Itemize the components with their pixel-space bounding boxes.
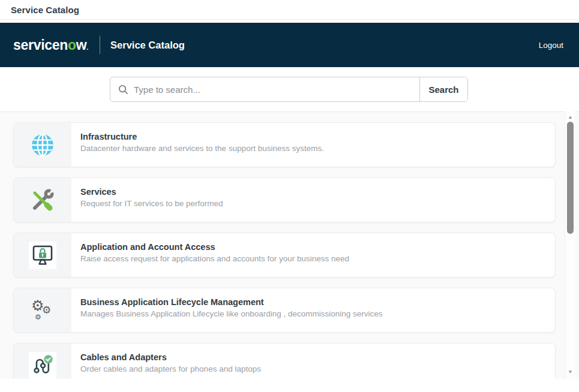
card-title: Application and Account Access xyxy=(80,242,349,252)
card-text: Infrastructure Datacenter hardware and s… xyxy=(71,123,334,167)
card-title: Business Application Lifecycle Managemen… xyxy=(80,297,383,307)
logo-text-1: servicen xyxy=(13,37,68,53)
card-title: Cables and Adapters xyxy=(80,352,261,362)
scrollbar[interactable]: ▲ ▼ xyxy=(565,111,575,379)
card-title: Infrastructure xyxy=(80,132,324,141)
card-title: Services xyxy=(80,187,223,197)
card-icon-area xyxy=(14,233,71,277)
gear-medium-icon: ⚙ xyxy=(42,305,51,315)
logo-trademark-dot: . xyxy=(86,44,88,51)
navbar-divider xyxy=(100,36,100,54)
search-input[interactable] xyxy=(134,77,419,101)
card-text: Business Application Lifecycle Managemen… xyxy=(71,288,392,332)
catalog-card-balm[interactable]: ⚙ ⚙ ⚙ Business Application Lifecycle Man… xyxy=(13,288,556,333)
catalog-card-application-access[interactable]: Application and Account Access Raise acc… xyxy=(13,233,556,278)
catalog-card-infrastructure[interactable]: Infrastructure Datacenter hardware and s… xyxy=(13,122,556,167)
page-title: Service Catalog xyxy=(11,5,79,15)
scroll-down-icon[interactable]: ▼ xyxy=(565,369,575,375)
search-section: Search xyxy=(0,67,579,111)
icon-tile xyxy=(29,242,56,269)
page-header: Service Catalog xyxy=(0,0,579,20)
servicenow-logo: servicenow. xyxy=(13,37,88,53)
logo-green-o: o xyxy=(68,37,76,53)
card-text: Application and Account Access Raise acc… xyxy=(71,233,359,277)
catalog-card-cables-adapters[interactable]: Cables and Adapters Order cables and ada… xyxy=(13,343,556,379)
search-box: Search xyxy=(110,77,468,102)
tools-icon xyxy=(29,187,56,213)
gears-icon: ⚙ ⚙ ⚙ xyxy=(29,297,56,324)
scrollbar-thumb[interactable] xyxy=(567,122,574,234)
catalog-card-services[interactable]: Services Request for IT services to be p… xyxy=(13,177,556,222)
logout-link[interactable]: Logout xyxy=(539,41,563,50)
search-icon xyxy=(118,85,128,95)
logo-text-2: w xyxy=(76,37,87,53)
card-icon-area xyxy=(14,123,71,167)
card-description: Order cables and adapters for phones and… xyxy=(80,364,261,373)
card-description: Raise access request for applications an… xyxy=(80,254,349,263)
monitor-lock-icon xyxy=(31,243,55,267)
card-icon-area xyxy=(14,178,71,222)
icon-tile xyxy=(29,352,56,379)
search-input-wrap xyxy=(110,77,419,101)
card-text: Cables and Adapters Order cables and ada… xyxy=(71,343,271,379)
card-description: Request for IT services to be performed xyxy=(80,199,223,208)
cable-check-icon xyxy=(31,354,54,377)
card-text: Services Request for IT services to be p… xyxy=(71,178,233,222)
search-button[interactable]: Search xyxy=(419,77,467,101)
gear-small-icon: ⚙ xyxy=(35,313,41,321)
card-description: Datacenter hardware and services to the … xyxy=(80,144,324,153)
navbar-app-title: Service Catalog xyxy=(110,40,185,51)
card-description: Manages Business Application Lifecycle l… xyxy=(80,309,383,318)
card-icon-area: ⚙ ⚙ ⚙ xyxy=(14,288,71,332)
scroll-up-icon[interactable]: ▲ xyxy=(565,114,575,120)
card-icon-area xyxy=(14,343,71,379)
app-navbar: servicenow. Service Catalog Logout xyxy=(0,23,579,67)
globe-icon xyxy=(30,132,55,158)
catalog-list: Infrastructure Datacenter hardware and s… xyxy=(0,111,579,379)
